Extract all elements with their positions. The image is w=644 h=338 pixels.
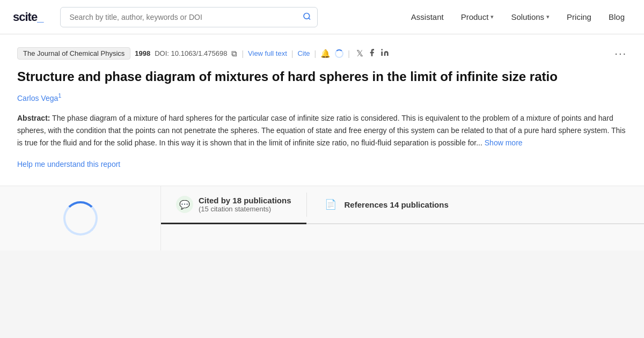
article-doi-value: 10.1063/1.475698	[171, 49, 228, 57]
article-doi-label: DOI: 10.1063/1.475698	[155, 49, 227, 57]
tab-references[interactable]: 📄 References 14 publications	[307, 186, 464, 224]
cited-by-sub: (15 citation statements)	[199, 205, 291, 213]
view-full-text-link[interactable]: View full text	[248, 49, 287, 57]
svg-line-1	[309, 18, 311, 19]
solutions-chevron-icon: ▾	[546, 13, 550, 20]
abstract-text: The phase diagram of a mixture of hard s…	[17, 114, 625, 147]
linkedin-icon[interactable]	[380, 48, 389, 59]
references-icon: 📄	[322, 196, 339, 213]
nav-item-solutions[interactable]: Solutions ▾	[504, 8, 556, 26]
cited-by-icon: 💬	[176, 196, 193, 213]
article-abstract: Abstract: The phase diagram of a mixture…	[17, 112, 627, 149]
help-understand-link[interactable]: Help me understand this report	[17, 160, 120, 168]
article-section: The Journal of Chemical Physics 1998 DOI…	[0, 34, 644, 186]
loading-spinner	[335, 49, 343, 58]
show-more-link[interactable]: Show more	[485, 138, 523, 147]
twitter-icon[interactable]: 𝕏	[356, 48, 363, 58]
nav-item-blog[interactable]: Blog	[602, 8, 631, 26]
nav-item-pricing[interactable]: Pricing	[560, 8, 598, 26]
site-header: scite_ Assistant Product ▾ Solutions ▾ P…	[0, 0, 644, 34]
journal-tag: The Journal of Chemical Physics	[17, 47, 130, 60]
tabs-row: 💬 Cited by 18 publications (15 citation …	[161, 186, 644, 224]
search-box	[60, 7, 318, 27]
search-icon[interactable]	[303, 12, 311, 22]
svg-rect-2	[381, 52, 383, 56]
svg-point-3	[381, 49, 383, 50]
nav-item-product[interactable]: Product ▾	[455, 8, 501, 26]
article-year: 1998	[135, 49, 150, 57]
bottom-section: 💬 Cited by 18 publications (15 citation …	[0, 186, 644, 251]
author-link[interactable]: Carlos Vega1	[17, 94, 61, 102]
abstract-label: Abstract:	[17, 114, 50, 122]
main-nav: Assistant Product ▾ Solutions ▾ Pricing …	[405, 8, 631, 26]
svg-point-0	[304, 13, 310, 19]
article-authors: Carlos Vega1	[17, 92, 627, 102]
nav-item-assistant[interactable]: Assistant	[405, 8, 450, 26]
article-meta-bar: The Journal of Chemical Physics 1998 DOI…	[17, 47, 627, 60]
references-label: References 14 publications	[345, 200, 449, 209]
social-share-icons: 𝕏	[356, 48, 389, 59]
site-logo[interactable]: scite_	[13, 10, 43, 24]
big-loading-spinner	[63, 201, 98, 236]
notification-bell-icon[interactable]: 🔔	[320, 49, 331, 58]
tab-cited-by[interactable]: 💬 Cited by 18 publications (15 citation …	[161, 186, 306, 224]
facebook-icon[interactable]	[368, 48, 376, 59]
cited-by-label: Cited by 18 publications	[199, 196, 291, 205]
more-options-button[interactable]: ···	[614, 47, 627, 60]
search-input[interactable]	[60, 7, 318, 27]
cite-link[interactable]: Cite	[297, 49, 310, 57]
product-chevron-icon: ▾	[491, 13, 494, 20]
tabs-area: 💬 Cited by 18 publications (15 citation …	[161, 186, 644, 251]
article-title: Structure and phase diagram of mixtures …	[17, 68, 627, 85]
copy-icon[interactable]: ⧉	[231, 49, 237, 58]
left-loading-panel	[0, 186, 161, 251]
